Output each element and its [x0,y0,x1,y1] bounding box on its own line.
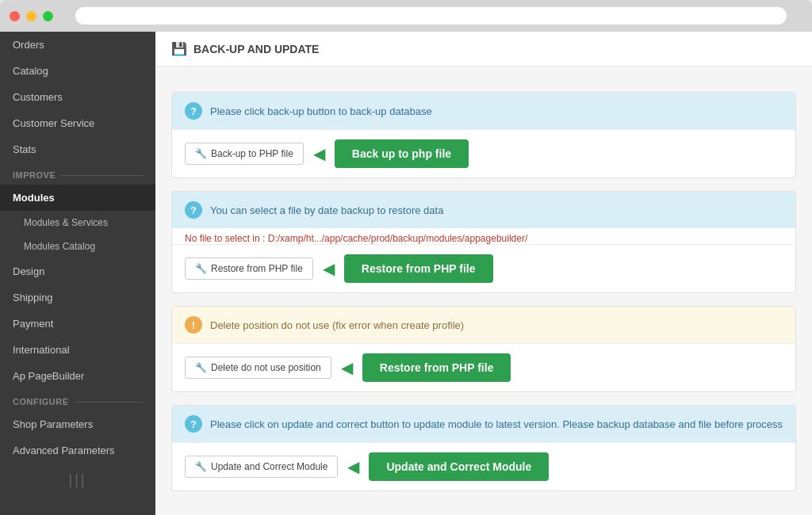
restore-question-icon: ? [185,201,202,219]
update-action-bar: 🔧 Update and Correct Module ◀ Update and… [172,442,795,490]
backup-secondary-button[interactable]: 🔧 Back-up to PHP file [185,143,304,165]
sidebar-item-catalog[interactable]: Catalog [0,58,155,84]
wrench-icon-3: 🔧 [195,362,207,373]
update-primary-button[interactable]: Update and Correct Module [369,452,549,481]
sidebar-item-payment[interactable]: Payment [0,311,155,337]
delete-panel: ! Delete position do not use (fix error … [171,306,796,392]
delete-warning-icon: ! [185,316,202,334]
sidebar-item-customers[interactable]: Customers [0,84,155,110]
delete-arrow-icon: ◀ [341,358,353,377]
update-panel: ? Please click on update and correct but… [171,405,796,491]
backup-info-text: Please click back-up button to back-up d… [210,105,432,117]
backup-question-icon: ? [185,102,202,120]
backup-action-bar: 🔧 Back-up to PHP file ◀ Back up to php f… [172,129,795,177]
page-header-icon: 💾 [171,41,187,56]
sidebar-item-shop-parameters[interactable]: Shop Parameters [0,411,155,437]
restore-info-bar: ? You can select a file by date backup t… [172,192,795,228]
sidebar-item-advanced-parameters[interactable]: Advanced Parameters [0,437,155,464]
sidebar-item-customer-service[interactable]: Customer Service [0,110,155,136]
restore-error-text: No file to select in : D:/xamp/ht.../app… [172,228,795,244]
sidebar-item-stats[interactable]: Stats [0,136,155,162]
update-secondary-button[interactable]: 🔧 Update and Correct Module [185,456,338,478]
app-container: Orders Catalog Customers Customer Servic… [0,32,812,515]
sidebar-footer-icon: ||| [68,471,86,488]
restore-info-text: You can select a file by date backup to … [210,204,443,216]
minimize-button[interactable] [26,11,36,21]
sidebar-item-international[interactable]: International [0,337,155,363]
wrench-icon-4: 🔧 [195,461,207,472]
backup-primary-button[interactable]: Back up to php file [335,139,469,168]
sidebar-section-improve: IMPROVE [0,162,155,185]
sidebar-footer: ||| [0,464,155,496]
update-arrow-icon: ◀ [347,457,359,476]
restore-arrow-icon: ◀ [323,259,335,278]
window-chrome [0,0,812,32]
delete-info-bar: ! Delete position do not use (fix error … [172,307,795,343]
content-area: ? Please click back-up button to back-up… [155,79,812,515]
delete-info-text: Delete position do not use (fix error wh… [210,319,464,331]
sidebar-item-ap-pagebuilder[interactable]: Ap PageBuilder [0,363,155,389]
update-info-bar: ? Please click on update and correct but… [172,406,795,442]
address-bar[interactable] [75,7,787,25]
sidebar: Orders Catalog Customers Customer Servic… [0,32,155,515]
restore-primary-button[interactable]: Restore from PHP file [344,254,493,283]
delete-primary-button[interactable]: Restore from PHP file [362,353,511,382]
page-title: BACK-UP AND UPDATE [193,43,319,55]
backup-info-bar: ? Please click back-up button to back-up… [172,93,795,129]
sidebar-item-shipping[interactable]: Shipping [0,284,155,311]
restore-action-bar: 🔧 Restore from PHP file ◀ Restore from P… [172,244,795,292]
sidebar-item-modules[interactable]: Modules [0,185,155,211]
delete-action-bar: 🔧 Delete do not use position ◀ Restore f… [172,343,795,391]
wrench-icon-2: 🔧 [195,263,207,274]
update-info-text: Please click on update and correct butto… [210,418,783,430]
update-question-icon: ? [185,415,202,433]
sidebar-item-design[interactable]: Design [0,258,155,284]
sidebar-section-configure: CONFIGURE [0,389,155,411]
close-button[interactable] [10,11,20,21]
sidebar-item-modules-catalog[interactable]: Modules Catalog [0,235,155,258]
main-content: 💾 BACK-UP AND UPDATE ? Please click back… [155,32,812,515]
sidebar-item-orders[interactable]: Orders [0,32,155,58]
restore-panel: ? You can select a file by date backup t… [171,191,796,293]
maximize-button[interactable] [43,11,53,21]
backup-arrow-icon: ◀ [313,144,325,163]
restore-secondary-button[interactable]: 🔧 Restore from PHP file [185,258,313,280]
sidebar-item-modules-services[interactable]: Modules & Services [0,211,155,235]
backup-panel: ? Please click back-up button to back-up… [171,92,796,178]
wrench-icon: 🔧 [195,148,207,159]
page-header: 💾 BACK-UP AND UPDATE [155,32,812,67]
delete-secondary-button[interactable]: 🔧 Delete do not use position [185,357,331,379]
